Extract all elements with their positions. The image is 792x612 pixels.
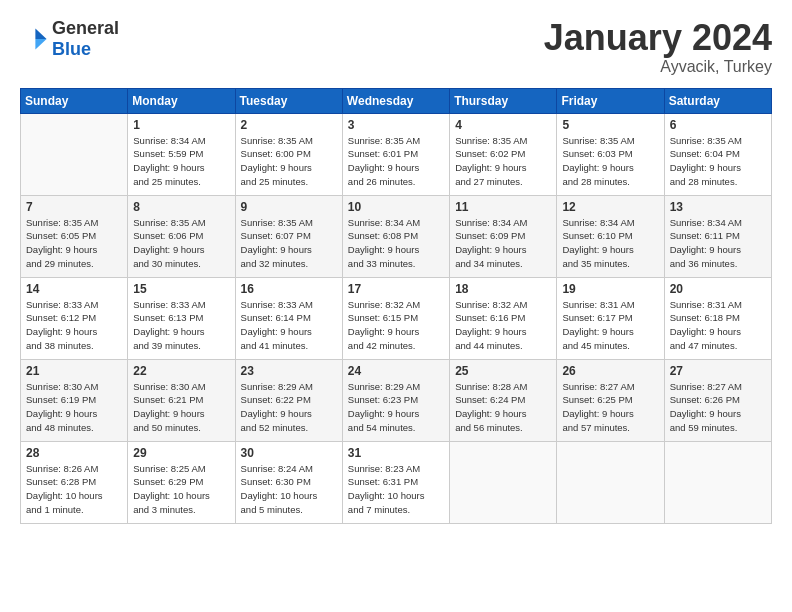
header-cell-monday: Monday [128, 88, 235, 113]
day-info: Sunrise: 8:30 AM Sunset: 6:19 PM Dayligh… [26, 380, 122, 435]
day-info: Sunrise: 8:28 AM Sunset: 6:24 PM Dayligh… [455, 380, 551, 435]
day-number: 4 [455, 118, 551, 132]
day-number: 11 [455, 200, 551, 214]
day-number: 26 [562, 364, 658, 378]
calendar-cell [21, 113, 128, 195]
day-number: 22 [133, 364, 229, 378]
day-number: 31 [348, 446, 444, 460]
header: General Blue January 2024 Ayvacik, Turke… [20, 18, 772, 76]
calendar-cell: 6Sunrise: 8:35 AM Sunset: 6:04 PM Daylig… [664, 113, 771, 195]
day-number: 3 [348, 118, 444, 132]
calendar-cell: 13Sunrise: 8:34 AM Sunset: 6:11 PM Dayli… [664, 195, 771, 277]
day-info: Sunrise: 8:32 AM Sunset: 6:16 PM Dayligh… [455, 298, 551, 353]
calendar-cell: 15Sunrise: 8:33 AM Sunset: 6:13 PM Dayli… [128, 277, 235, 359]
calendar-cell: 17Sunrise: 8:32 AM Sunset: 6:15 PM Dayli… [342, 277, 449, 359]
day-number: 5 [562, 118, 658, 132]
week-row-2: 7Sunrise: 8:35 AM Sunset: 6:05 PM Daylig… [21, 195, 772, 277]
logo-text: General Blue [52, 18, 119, 60]
header-cell-thursday: Thursday [450, 88, 557, 113]
header-cell-wednesday: Wednesday [342, 88, 449, 113]
day-info: Sunrise: 8:23 AM Sunset: 6:31 PM Dayligh… [348, 462, 444, 517]
day-number: 24 [348, 364, 444, 378]
day-info: Sunrise: 8:34 AM Sunset: 6:10 PM Dayligh… [562, 216, 658, 271]
day-info: Sunrise: 8:25 AM Sunset: 6:29 PM Dayligh… [133, 462, 229, 517]
calendar-cell: 7Sunrise: 8:35 AM Sunset: 6:05 PM Daylig… [21, 195, 128, 277]
day-number: 10 [348, 200, 444, 214]
svg-marker-1 [35, 39, 46, 50]
calendar-cell: 25Sunrise: 8:28 AM Sunset: 6:24 PM Dayli… [450, 359, 557, 441]
calendar-cell: 27Sunrise: 8:27 AM Sunset: 6:26 PM Dayli… [664, 359, 771, 441]
calendar-cell: 30Sunrise: 8:24 AM Sunset: 6:30 PM Dayli… [235, 441, 342, 523]
day-number: 21 [26, 364, 122, 378]
week-row-3: 14Sunrise: 8:33 AM Sunset: 6:12 PM Dayli… [21, 277, 772, 359]
month-title: January 2024 [544, 18, 772, 58]
day-info: Sunrise: 8:27 AM Sunset: 6:25 PM Dayligh… [562, 380, 658, 435]
calendar-cell: 26Sunrise: 8:27 AM Sunset: 6:25 PM Dayli… [557, 359, 664, 441]
week-row-5: 28Sunrise: 8:26 AM Sunset: 6:28 PM Dayli… [21, 441, 772, 523]
title-block: January 2024 Ayvacik, Turkey [544, 18, 772, 76]
day-number: 20 [670, 282, 766, 296]
calendar-cell: 11Sunrise: 8:34 AM Sunset: 6:09 PM Dayli… [450, 195, 557, 277]
calendar-cell: 19Sunrise: 8:31 AM Sunset: 6:17 PM Dayli… [557, 277, 664, 359]
calendar-cell: 16Sunrise: 8:33 AM Sunset: 6:14 PM Dayli… [235, 277, 342, 359]
day-info: Sunrise: 8:29 AM Sunset: 6:23 PM Dayligh… [348, 380, 444, 435]
day-number: 18 [455, 282, 551, 296]
calendar-cell: 12Sunrise: 8:34 AM Sunset: 6:10 PM Dayli… [557, 195, 664, 277]
day-info: Sunrise: 8:26 AM Sunset: 6:28 PM Dayligh… [26, 462, 122, 517]
location-title: Ayvacik, Turkey [544, 58, 772, 76]
day-info: Sunrise: 8:33 AM Sunset: 6:12 PM Dayligh… [26, 298, 122, 353]
calendar-cell: 1Sunrise: 8:34 AM Sunset: 5:59 PM Daylig… [128, 113, 235, 195]
calendar-cell [450, 441, 557, 523]
day-number: 9 [241, 200, 337, 214]
header-row: SundayMondayTuesdayWednesdayThursdayFrid… [21, 88, 772, 113]
day-number: 6 [670, 118, 766, 132]
day-info: Sunrise: 8:35 AM Sunset: 6:04 PM Dayligh… [670, 134, 766, 189]
day-info: Sunrise: 8:27 AM Sunset: 6:26 PM Dayligh… [670, 380, 766, 435]
day-info: Sunrise: 8:34 AM Sunset: 6:09 PM Dayligh… [455, 216, 551, 271]
calendar-cell: 21Sunrise: 8:30 AM Sunset: 6:19 PM Dayli… [21, 359, 128, 441]
day-info: Sunrise: 8:35 AM Sunset: 6:02 PM Dayligh… [455, 134, 551, 189]
header-cell-friday: Friday [557, 88, 664, 113]
calendar-cell: 31Sunrise: 8:23 AM Sunset: 6:31 PM Dayli… [342, 441, 449, 523]
header-cell-saturday: Saturday [664, 88, 771, 113]
calendar-cell: 4Sunrise: 8:35 AM Sunset: 6:02 PM Daylig… [450, 113, 557, 195]
day-number: 19 [562, 282, 658, 296]
day-number: 16 [241, 282, 337, 296]
day-number: 17 [348, 282, 444, 296]
day-number: 1 [133, 118, 229, 132]
calendar-cell: 2Sunrise: 8:35 AM Sunset: 6:00 PM Daylig… [235, 113, 342, 195]
calendar-cell [557, 441, 664, 523]
calendar-cell: 22Sunrise: 8:30 AM Sunset: 6:21 PM Dayli… [128, 359, 235, 441]
calendar-cell: 28Sunrise: 8:26 AM Sunset: 6:28 PM Dayli… [21, 441, 128, 523]
calendar-cell: 24Sunrise: 8:29 AM Sunset: 6:23 PM Dayli… [342, 359, 449, 441]
header-cell-tuesday: Tuesday [235, 88, 342, 113]
calendar-cell: 3Sunrise: 8:35 AM Sunset: 6:01 PM Daylig… [342, 113, 449, 195]
logo-general: General [52, 18, 119, 38]
calendar-cell: 23Sunrise: 8:29 AM Sunset: 6:22 PM Dayli… [235, 359, 342, 441]
svg-marker-0 [35, 29, 46, 40]
day-number: 8 [133, 200, 229, 214]
calendar-cell: 5Sunrise: 8:35 AM Sunset: 6:03 PM Daylig… [557, 113, 664, 195]
day-info: Sunrise: 8:35 AM Sunset: 6:00 PM Dayligh… [241, 134, 337, 189]
day-number: 27 [670, 364, 766, 378]
header-cell-sunday: Sunday [21, 88, 128, 113]
day-info: Sunrise: 8:30 AM Sunset: 6:21 PM Dayligh… [133, 380, 229, 435]
calendar-cell: 29Sunrise: 8:25 AM Sunset: 6:29 PM Dayli… [128, 441, 235, 523]
day-info: Sunrise: 8:34 AM Sunset: 6:11 PM Dayligh… [670, 216, 766, 271]
day-number: 14 [26, 282, 122, 296]
calendar-cell: 18Sunrise: 8:32 AM Sunset: 6:16 PM Dayli… [450, 277, 557, 359]
day-info: Sunrise: 8:29 AM Sunset: 6:22 PM Dayligh… [241, 380, 337, 435]
day-info: Sunrise: 8:33 AM Sunset: 6:13 PM Dayligh… [133, 298, 229, 353]
day-number: 28 [26, 446, 122, 460]
day-number: 25 [455, 364, 551, 378]
day-info: Sunrise: 8:24 AM Sunset: 6:30 PM Dayligh… [241, 462, 337, 517]
day-number: 7 [26, 200, 122, 214]
calendar-cell: 9Sunrise: 8:35 AM Sunset: 6:07 PM Daylig… [235, 195, 342, 277]
day-number: 2 [241, 118, 337, 132]
calendar-table: SundayMondayTuesdayWednesdayThursdayFrid… [20, 88, 772, 524]
day-info: Sunrise: 8:35 AM Sunset: 6:05 PM Dayligh… [26, 216, 122, 271]
day-info: Sunrise: 8:34 AM Sunset: 5:59 PM Dayligh… [133, 134, 229, 189]
page: General Blue January 2024 Ayvacik, Turke… [0, 0, 792, 534]
day-info: Sunrise: 8:35 AM Sunset: 6:03 PM Dayligh… [562, 134, 658, 189]
calendar-cell: 8Sunrise: 8:35 AM Sunset: 6:06 PM Daylig… [128, 195, 235, 277]
